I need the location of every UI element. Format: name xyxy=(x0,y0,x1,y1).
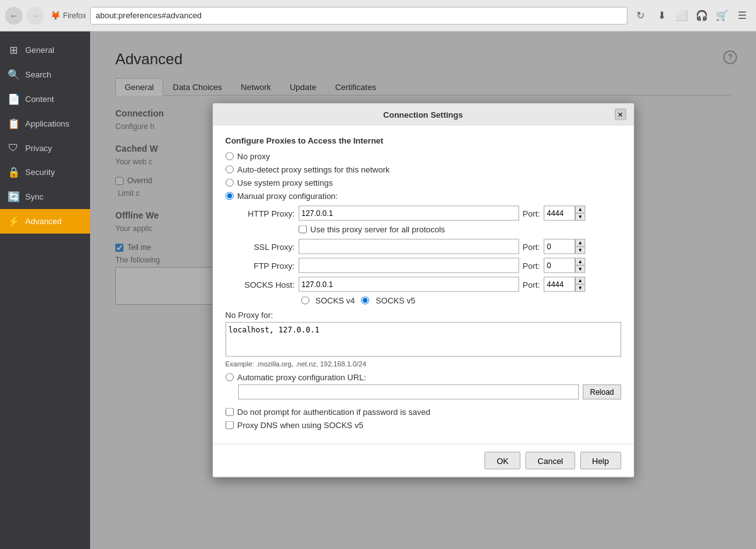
help-button[interactable]: Help xyxy=(580,452,621,470)
ssl-port-spinner[interactable]: ▲ ▼ xyxy=(575,239,585,254)
bookmarks-icon[interactable]: ⬜ xyxy=(673,7,690,25)
sidebar-item-content[interactable]: 📄 Content xyxy=(0,87,90,111)
menu-icon[interactable]: ☰ xyxy=(733,7,751,25)
auto-proxy-row: Automatic proxy configuration URL: xyxy=(226,373,621,382)
sidebar-item-label-applications: Applications xyxy=(25,119,69,128)
sidebar-item-label-privacy: Privacy xyxy=(25,144,52,153)
do-not-prompt-row: Do not prompt for authentication if pass… xyxy=(226,407,621,417)
connection-settings-dialog: Connection Settings ✕ Configure Proxies … xyxy=(212,103,634,478)
auto-proxy-input[interactable] xyxy=(238,385,580,400)
http-port-spinner[interactable]: ▲ ▼ xyxy=(575,206,585,221)
no-proxy-textarea[interactable]: localhost, 127.0.0.1 xyxy=(226,322,621,357)
socks-host-label: SOCKS Host: xyxy=(238,280,295,289)
socks-v5-radio[interactable] xyxy=(361,297,369,305)
socks-port-label: Port: xyxy=(523,280,540,289)
downloads-icon[interactable]: ⬇ xyxy=(653,7,670,25)
ssl-port-down[interactable]: ▼ xyxy=(575,247,585,254)
system-proxy-row: Use system proxy settings xyxy=(226,178,621,188)
ssl-port-input[interactable] xyxy=(544,239,575,254)
use-for-all-checkbox[interactable] xyxy=(299,225,307,234)
cancel-button[interactable]: Cancel xyxy=(525,452,575,470)
dialog-section-title: Configure Proxies to Access the Internet xyxy=(226,136,621,145)
example-text: Example: .mozilla.org, .net.nz, 192.168.… xyxy=(226,360,621,368)
ftp-proxy-input[interactable] xyxy=(299,258,519,273)
use-for-all-label: Use this proxy server for all protocols xyxy=(311,225,445,234)
security-icon: 🔒 xyxy=(8,166,19,178)
sidebar-item-advanced[interactable]: ⚡ Advanced xyxy=(0,209,90,234)
content-area: Advanced ? General Data Choices Network … xyxy=(90,31,756,549)
firefox-label: Firefox xyxy=(63,11,86,20)
no-proxy-radio[interactable] xyxy=(226,152,234,161)
sidebar-item-label-content: Content xyxy=(25,94,54,104)
ssl-proxy-input[interactable] xyxy=(299,239,519,254)
no-proxy-label: No proxy xyxy=(238,152,270,161)
proxy-dns-checkbox[interactable] xyxy=(226,421,234,429)
toolbar-icons: ⬇ ⬜ 🎧 🛒 ☰ xyxy=(653,7,751,25)
cart-icon[interactable]: 🛒 xyxy=(713,7,731,25)
sidebar-item-label-security: Security xyxy=(25,167,55,177)
dialog-title-bar: Connection Settings ✕ xyxy=(213,104,634,126)
socks-port-spinner[interactable]: ▲ ▼ xyxy=(575,277,585,292)
system-proxy-label: Use system proxy settings xyxy=(238,178,333,188)
sidebar-item-security[interactable]: 🔒 Security xyxy=(0,160,90,184)
do-not-prompt-checkbox[interactable] xyxy=(226,408,234,416)
http-port-down[interactable]: ▼ xyxy=(575,213,585,221)
sidebar-item-label-general: General xyxy=(25,45,54,55)
ftp-port-input[interactable] xyxy=(544,258,575,273)
socks-version-row: SOCKS v4 SOCKS v5 xyxy=(301,296,621,305)
browser-chrome: ← → 🦊 Firefox ↻ ⬇ ⬜ 🎧 🛒 ☰ xyxy=(0,0,756,31)
url-bar[interactable] xyxy=(90,7,627,25)
socks-port-input[interactable] xyxy=(544,277,575,292)
http-port-up[interactable]: ▲ xyxy=(575,206,585,213)
ok-button[interactable]: OK xyxy=(484,452,520,470)
auto-proxy-url-radio[interactable] xyxy=(226,373,234,382)
ftp-port-down[interactable]: ▼ xyxy=(575,266,585,273)
sync-icon: 🔄 xyxy=(8,191,19,203)
main-layout: ⊞ General 🔍 Search 📄 Content 📋 Applicati… xyxy=(0,31,756,549)
sidebar-item-label-sync: Sync xyxy=(25,192,43,201)
http-port-input[interactable] xyxy=(544,206,575,221)
sidebar-item-applications[interactable]: 📋 Applications xyxy=(0,111,90,136)
socks-port-down[interactable]: ▼ xyxy=(575,285,585,292)
socks-v5-label: SOCKS v5 xyxy=(375,296,415,305)
reload-button-dialog[interactable]: Reload xyxy=(583,385,621,400)
socks-v4-radio[interactable] xyxy=(301,297,309,305)
ssl-port-up[interactable]: ▲ xyxy=(575,239,585,247)
sidebar: ⊞ General 🔍 Search 📄 Content 📋 Applicati… xyxy=(0,31,90,549)
socks-port-up[interactable]: ▲ xyxy=(575,277,585,285)
auto-proxy-url-label: Automatic proxy configuration URL: xyxy=(238,373,366,382)
applications-icon: 📋 xyxy=(8,118,19,130)
back-button[interactable]: ← xyxy=(5,7,23,25)
ftp-port-spinner[interactable]: ▲ ▼ xyxy=(575,258,585,273)
sidebar-item-search[interactable]: 🔍 Search xyxy=(0,62,90,87)
socks-host-input[interactable] xyxy=(299,277,519,292)
forward-button[interactable]: → xyxy=(26,7,44,25)
dialog-close-button[interactable]: ✕ xyxy=(615,109,626,120)
firefox-logo: 🦊 Firefox xyxy=(50,11,86,20)
http-proxy-input[interactable] xyxy=(299,206,519,221)
privacy-icon: 🛡 xyxy=(8,142,19,154)
ftp-port-label: Port: xyxy=(523,261,540,270)
system-proxy-radio[interactable] xyxy=(226,179,234,187)
dialog-footer: OK Cancel Help xyxy=(213,444,634,477)
proxy-dns-label: Proxy DNS when using SOCKS v5 xyxy=(238,421,364,430)
auto-detect-row: Auto-detect proxy settings for this netw… xyxy=(226,165,621,174)
sidebar-item-general[interactable]: ⊞ General xyxy=(0,38,90,62)
ssl-port-label: Port: xyxy=(523,242,540,251)
do-not-prompt-label: Do not prompt for authentication if pass… xyxy=(238,407,430,417)
pocket-icon[interactable]: 🎧 xyxy=(693,7,711,25)
reload-button[interactable]: ↻ xyxy=(631,7,649,25)
http-port-label: Port: xyxy=(523,208,540,218)
auto-detect-radio[interactable] xyxy=(226,166,234,174)
ftp-port-up[interactable]: ▲ xyxy=(575,258,585,266)
ftp-proxy-label: FTP Proxy: xyxy=(238,261,295,270)
no-proxy-for-label: No Proxy for: xyxy=(226,310,621,320)
firefox-brand-icon: 🦊 xyxy=(50,11,60,20)
sidebar-item-privacy[interactable]: 🛡 Privacy xyxy=(0,136,90,160)
manual-proxy-radio[interactable] xyxy=(226,192,234,200)
no-proxy-section: No Proxy for: localhost, 127.0.0.1 Examp… xyxy=(226,310,621,368)
search-icon: 🔍 xyxy=(8,69,19,81)
sidebar-item-sync[interactable]: 🔄 Sync xyxy=(0,184,90,209)
manual-proxy-row: Manual proxy configuration: xyxy=(226,191,621,201)
ssl-proxy-label: SSL Proxy: xyxy=(238,242,295,251)
